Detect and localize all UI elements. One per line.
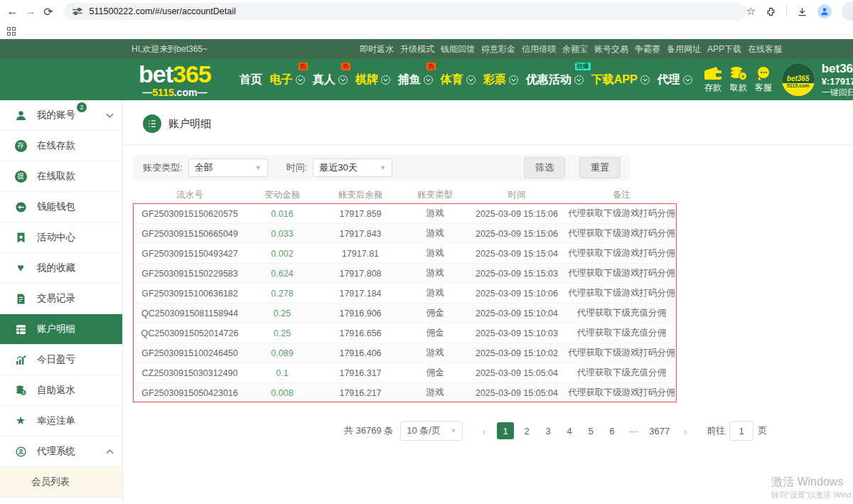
col-header-amount: 变动金额 bbox=[247, 189, 318, 201]
sidebar-item-online-withdraw[interactable]: 提 在线取款 bbox=[0, 161, 122, 192]
chevron-down-icon bbox=[509, 75, 518, 85]
sidebar-item-activity-center[interactable]: 活动中心 bbox=[0, 222, 122, 253]
svg-text:¥: ¥ bbox=[740, 73, 744, 80]
download-icon[interactable] bbox=[797, 6, 808, 17]
headset-icon bbox=[755, 66, 772, 80]
sidebar-item-account-detail[interactable]: 账户明细 bbox=[0, 314, 122, 345]
filter-type-label: 账变类型: bbox=[143, 161, 183, 174]
bookmark-star-icon[interactable]: ☆ bbox=[746, 5, 756, 18]
user-avatar[interactable]: bet365 5115.com bbox=[782, 63, 815, 96]
page-size-select[interactable]: 10 条/页 ▼ bbox=[400, 421, 463, 441]
chevron-down-icon bbox=[381, 75, 390, 85]
sidebar-item-member-list[interactable]: 会员列表 bbox=[0, 467, 122, 498]
deposit-button[interactable]: 存款 bbox=[704, 66, 722, 94]
col-header-balance: 账变后余额 bbox=[318, 189, 403, 201]
reload-icon[interactable]: ⟳ bbox=[41, 2, 55, 21]
filter-type-select[interactable]: 全部 ▼ bbox=[188, 159, 268, 177]
page-button-3[interactable]: 3 bbox=[540, 422, 557, 439]
nav-item-fishing[interactable]: 捕鱼 热 bbox=[398, 73, 433, 87]
col-header-flow-no: 流水号 bbox=[133, 189, 247, 201]
table-header-row: 流水号 变动金额 账变后余额 账变类型 时间 备注 bbox=[133, 186, 677, 203]
address-bar[interactable]: 511500222.com/#/user/accountDetail bbox=[64, 3, 746, 20]
one-key-recycle-link[interactable]: 一键回归 bbox=[822, 87, 853, 98]
heart-icon: ♥ bbox=[17, 262, 24, 274]
deposit-circle-icon: 存 bbox=[15, 140, 27, 152]
table-row: QC250309150520147260.2517916.656佣金2025-0… bbox=[133, 323, 677, 343]
sidebar-item-self-rebate[interactable]: $ 自助返水 bbox=[0, 375, 122, 406]
coins-icon: $ bbox=[13, 385, 28, 397]
back-icon[interactable]: ← bbox=[6, 2, 19, 21]
sidebar-item-my-account[interactable]: 我的账号2 bbox=[0, 100, 122, 131]
topbar-link-backup-url[interactable]: 备用网址 bbox=[667, 43, 701, 55]
col-header-time: 时间 bbox=[467, 189, 567, 201]
balance-text: ¥:17917.859 bbox=[822, 76, 853, 87]
page-button-2[interactable]: 2 bbox=[518, 422, 535, 439]
apps-grid-icon[interactable] bbox=[7, 27, 16, 36]
site-settings-icon[interactable] bbox=[73, 7, 82, 16]
topbar-link-yuebao[interactable]: 余额宝 bbox=[562, 43, 588, 55]
logo-domain-name: 5115 bbox=[152, 87, 173, 98]
topbar-link-tournament[interactable]: 争霸赛 bbox=[635, 43, 660, 55]
chevron-up-icon bbox=[106, 449, 114, 454]
page-buttons: ‹ 1 2 3 4 5 6 ··· 3677 › bbox=[476, 422, 694, 439]
page-button-1[interactable]: 1 bbox=[497, 422, 514, 439]
page-ellipsis[interactable]: ··· bbox=[625, 422, 642, 439]
sidebar-item-agent-system[interactable]: 代理系统 bbox=[0, 436, 122, 467]
chevron-down-icon bbox=[683, 75, 692, 85]
nav-item-promotions[interactable]: 优惠活动 劲爆 bbox=[526, 73, 584, 87]
filter-bar: 账变类型: 全部 ▼ 时间: 最近30天 ▼ 筛选 重置 bbox=[133, 155, 631, 181]
sidebar-item-today-pnl[interactable]: 今日盈亏 bbox=[0, 345, 122, 375]
table-row: GF250309151006361820.27817917.184游戏2025-… bbox=[133, 283, 677, 303]
chevron-down-icon bbox=[106, 113, 114, 118]
prev-page-icon[interactable]: ‹ bbox=[476, 422, 493, 439]
extensions-icon[interactable] bbox=[766, 6, 776, 17]
topbar-link-upgrade[interactable]: 升级模式 bbox=[400, 43, 434, 55]
browser-actions: ☆ bbox=[746, 2, 847, 21]
sidebar-item-favorites[interactable]: ♥ 我的收藏 bbox=[0, 253, 122, 284]
sidebar-item-lucky-bets[interactable]: ★ 幸运注单 bbox=[0, 406, 122, 436]
topbar-link-wallet-feedback[interactable]: 钱能回馈 bbox=[441, 43, 475, 55]
browser-menu-cutoff[interactable] bbox=[842, 2, 853, 21]
topbar-link-rebate[interactable]: 即时返水 bbox=[360, 43, 394, 55]
chevron-down-icon: ▼ bbox=[450, 427, 456, 434]
topbar-link-account-trade[interactable]: 账号交易 bbox=[594, 43, 628, 55]
logo-text-365: 365 bbox=[173, 60, 211, 87]
nav-item-lottery[interactable]: 彩票 bbox=[483, 73, 518, 87]
nav-item-live[interactable]: 真人 热 bbox=[313, 73, 348, 87]
goto-page: 前往 页 bbox=[707, 421, 767, 441]
browser-profile-avatar[interactable] bbox=[817, 4, 832, 18]
topbar-link-credit[interactable]: 信用借呗 bbox=[522, 43, 556, 55]
nav-item-home[interactable]: 首页 bbox=[240, 73, 262, 87]
table-row: GF250309151002464500.08917916.406游戏2025-… bbox=[133, 343, 677, 363]
customer-service-button[interactable]: 客服 bbox=[755, 66, 772, 94]
filter-button[interactable]: 筛选 bbox=[524, 157, 565, 178]
page-button-4[interactable]: 4 bbox=[561, 422, 578, 439]
forward-icon[interactable]: → bbox=[23, 2, 37, 21]
nav-item-slots[interactable]: 电子 热 bbox=[270, 73, 305, 87]
sidebar-item-wallet[interactable]: 钱能钱包 bbox=[0, 192, 122, 222]
topbar-link-bonus[interactable]: 得意彩金 bbox=[481, 43, 515, 55]
page-button-5[interactable]: 5 bbox=[582, 422, 599, 439]
filter-time-select[interactable]: 最近30天 ▼ bbox=[313, 159, 392, 177]
next-page-icon[interactable]: › bbox=[677, 422, 694, 439]
table-row: CZ250309150303124900.117916.317佣金2025-03… bbox=[133, 363, 677, 382]
withdraw-button[interactable]: ¥ 取款 bbox=[729, 66, 748, 94]
nav-item-sports[interactable]: 体育 bbox=[441, 73, 476, 87]
nav-item-agent[interactable]: 代理 bbox=[658, 73, 692, 87]
goto-page-input[interactable] bbox=[729, 421, 753, 441]
chevron-down-icon bbox=[574, 75, 584, 85]
topbar-link-customer-service[interactable]: 在线客服 bbox=[748, 43, 782, 55]
topbar-link-app-download[interactable]: APP下载 bbox=[707, 43, 741, 55]
logo-text-bet: bet bbox=[139, 60, 173, 87]
site-logo[interactable]: bet365 —5115.com— bbox=[139, 62, 211, 97]
col-header-type: 账变类型 bbox=[403, 189, 467, 201]
sidebar-item-transactions[interactable]: 交易记录 bbox=[0, 284, 122, 314]
page-button-6[interactable]: 6 bbox=[603, 422, 621, 439]
nav-item-download-app[interactable]: 下载APP bbox=[591, 73, 650, 87]
reset-button[interactable]: 重置 bbox=[579, 157, 621, 178]
page-button-last[interactable]: 3677 bbox=[646, 422, 672, 439]
nav-item-chess[interactable]: 棋牌 bbox=[355, 73, 390, 87]
chevron-down-icon bbox=[424, 75, 433, 85]
username-text: bet36580 bbox=[822, 61, 853, 76]
sidebar-item-online-deposit[interactable]: 存 在线存款 bbox=[0, 131, 122, 161]
